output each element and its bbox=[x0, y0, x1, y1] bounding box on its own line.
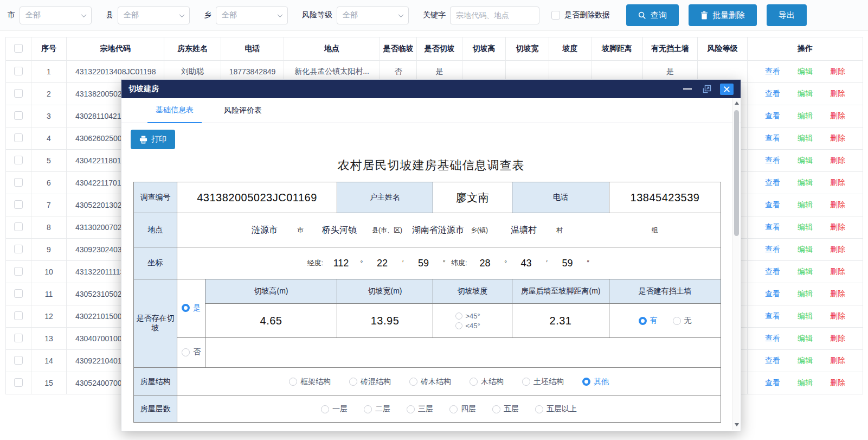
radio-option[interactable]: 木结构 bbox=[470, 377, 504, 387]
tab-risk-evaluation[interactable]: 风险评价表 bbox=[216, 106, 270, 123]
edit-link[interactable]: 编辑 bbox=[798, 178, 813, 188]
batch-delete-button[interactable]: 批量删除 bbox=[689, 4, 757, 26]
radio-option[interactable]: 砖木结构 bbox=[409, 377, 451, 387]
radio-option[interactable]: 五层以上 bbox=[535, 404, 577, 414]
print-button[interactable]: 打印 bbox=[131, 130, 175, 149]
risk-level-select[interactable]: 全部 bbox=[337, 7, 409, 24]
row-checkbox[interactable] bbox=[14, 356, 23, 365]
delete-link[interactable]: 删除 bbox=[830, 133, 845, 143]
edit-link[interactable]: 编辑 bbox=[798, 89, 813, 99]
view-link[interactable]: 查看 bbox=[765, 289, 780, 299]
view-link[interactable]: 查看 bbox=[765, 67, 780, 76]
edit-link[interactable]: 编辑 bbox=[798, 222, 813, 232]
radio-option[interactable]: 有 bbox=[639, 316, 658, 326]
delete-link[interactable]: 删除 bbox=[830, 311, 845, 321]
view-link[interactable]: 查看 bbox=[765, 334, 780, 343]
delete-link[interactable]: 删除 bbox=[830, 356, 845, 366]
modal-scrollbar[interactable] bbox=[732, 98, 740, 430]
edit-link[interactable]: 编辑 bbox=[798, 67, 813, 76]
tab-basic-info[interactable]: 基础信息表 bbox=[147, 105, 202, 123]
delete-link[interactable]: 删除 bbox=[830, 334, 845, 343]
delete-link[interactable]: 删除 bbox=[830, 245, 845, 254]
close-icon[interactable] bbox=[720, 84, 734, 95]
radio-option[interactable]: 土坯结构 bbox=[522, 377, 564, 387]
delete-link[interactable]: 删除 bbox=[830, 67, 845, 76]
view-link[interactable]: 查看 bbox=[765, 111, 780, 121]
edit-link[interactable]: 编辑 bbox=[798, 311, 813, 321]
delete-link[interactable]: 删除 bbox=[830, 156, 845, 165]
view-link[interactable]: 查看 bbox=[765, 378, 780, 388]
row-checkbox[interactable] bbox=[14, 111, 23, 120]
delete-link[interactable]: 删除 bbox=[830, 89, 845, 99]
delete-link[interactable]: 删除 bbox=[830, 222, 845, 232]
edit-link[interactable]: 编辑 bbox=[798, 267, 813, 277]
view-link[interactable]: 查看 bbox=[765, 156, 780, 165]
row-checkbox[interactable] bbox=[14, 222, 23, 231]
row-checkbox[interactable] bbox=[14, 378, 23, 387]
export-button[interactable]: 导出 bbox=[767, 4, 807, 26]
radio-option[interactable]: 二层 bbox=[364, 404, 390, 414]
edit-link[interactable]: 编辑 bbox=[798, 156, 813, 165]
radio-option[interactable]: 三层 bbox=[407, 404, 433, 414]
edit-link[interactable]: 编辑 bbox=[798, 200, 813, 210]
delete-link[interactable]: 删除 bbox=[830, 178, 845, 188]
view-link[interactable]: 查看 bbox=[765, 200, 780, 210]
query-button[interactable]: 查询 bbox=[626, 4, 679, 26]
row-checkbox[interactable] bbox=[14, 311, 23, 320]
radio-option[interactable]: 其他 bbox=[582, 377, 609, 387]
edit-link[interactable]: 编辑 bbox=[798, 289, 813, 299]
radio-option[interactable]: 五层 bbox=[492, 404, 519, 414]
edit-link[interactable]: 编辑 bbox=[798, 111, 813, 121]
modal-titlebar[interactable]: 切坡建房 bbox=[121, 80, 741, 98]
edit-link[interactable]: 编辑 bbox=[798, 245, 813, 254]
scrollbar-thumb[interactable] bbox=[734, 110, 739, 236]
radio-cut-yes[interactable]: 是 bbox=[182, 303, 201, 313]
select-all-checkbox[interactable] bbox=[14, 44, 23, 53]
row-checkbox[interactable] bbox=[14, 267, 23, 276]
view-link[interactable]: 查看 bbox=[765, 267, 780, 277]
edit-link[interactable]: 编辑 bbox=[798, 133, 813, 143]
radio-option[interactable]: 砖混结构 bbox=[349, 377, 391, 387]
scroll-down-icon[interactable] bbox=[735, 423, 739, 426]
delete-link[interactable]: 删除 bbox=[830, 378, 845, 388]
view-link[interactable]: 查看 bbox=[765, 311, 780, 321]
radio-option[interactable]: 四层 bbox=[449, 404, 476, 414]
county-select[interactable]: 全部 bbox=[118, 7, 190, 24]
city-select[interactable]: 全部 bbox=[20, 7, 92, 24]
view-link[interactable]: 查看 bbox=[765, 245, 780, 254]
view-link[interactable]: 查看 bbox=[765, 356, 780, 366]
row-checkbox[interactable] bbox=[14, 334, 23, 342]
radio-option[interactable]: 一层 bbox=[321, 404, 348, 414]
maximize-icon[interactable] bbox=[703, 85, 711, 93]
row-checkbox[interactable] bbox=[14, 200, 23, 209]
minimize-icon[interactable] bbox=[683, 88, 692, 90]
edit-link[interactable]: 编辑 bbox=[798, 356, 813, 366]
view-link[interactable]: 查看 bbox=[765, 133, 780, 143]
row-checkbox[interactable] bbox=[14, 245, 23, 253]
delete-link[interactable]: 删除 bbox=[830, 200, 845, 210]
deleted-data-checkbox[interactable] bbox=[551, 11, 560, 20]
edit-link[interactable]: 编辑 bbox=[798, 378, 813, 388]
delete-link[interactable]: 删除 bbox=[830, 289, 845, 299]
delete-link[interactable]: 删除 bbox=[830, 111, 845, 121]
row-checkbox[interactable] bbox=[14, 89, 23, 98]
view-link[interactable]: 查看 bbox=[765, 222, 780, 232]
township-select[interactable]: 全部 bbox=[216, 7, 288, 24]
row-checkbox[interactable] bbox=[14, 156, 23, 164]
delete-link[interactable]: 删除 bbox=[830, 267, 845, 277]
keyword-input[interactable] bbox=[450, 7, 539, 24]
radio-option[interactable]: 框架结构 bbox=[289, 377, 331, 387]
edit-link[interactable]: 编辑 bbox=[798, 334, 813, 343]
radio-option[interactable]: 无 bbox=[673, 316, 692, 326]
row-checkbox[interactable] bbox=[14, 289, 23, 298]
row-checkbox[interactable] bbox=[14, 133, 23, 142]
row-checkbox[interactable] bbox=[14, 67, 23, 75]
radio-option[interactable]: >45° bbox=[455, 312, 480, 320]
radio-option[interactable]: <45° bbox=[455, 322, 480, 330]
row-checkbox[interactable] bbox=[14, 178, 23, 187]
scroll-up-icon[interactable] bbox=[735, 101, 739, 105]
survey-no-value: 431382005023JC01169 bbox=[177, 182, 337, 213]
view-link[interactable]: 查看 bbox=[765, 89, 780, 99]
radio-cut-no[interactable]: 否 bbox=[182, 347, 201, 357]
view-link[interactable]: 查看 bbox=[765, 178, 780, 188]
